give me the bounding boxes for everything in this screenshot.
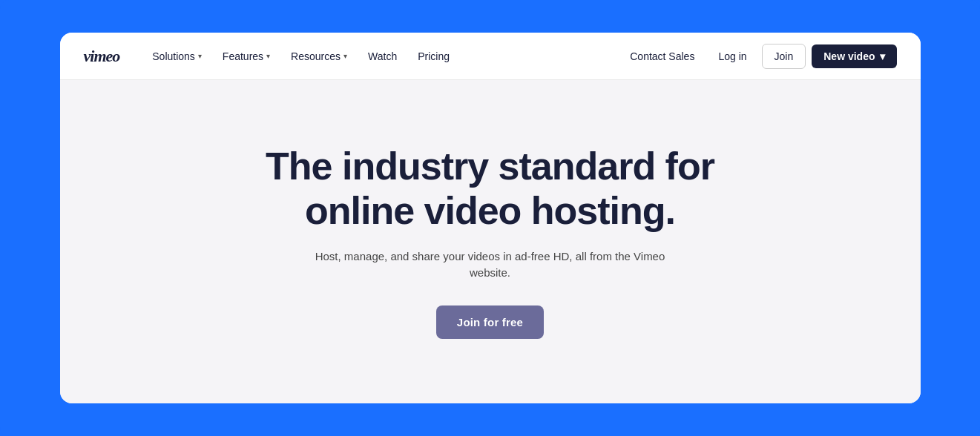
page-wrapper: vimeo Solutions ▾ Features ▾ Resources ▾… — [0, 0, 980, 436]
nav-links: Solutions ▾ Features ▾ Resources ▾ Watch… — [143, 44, 621, 68]
nav-solutions-label: Solutions — [152, 50, 195, 62]
new-video-label: New video — [823, 50, 875, 62]
nav-item-watch[interactable]: Watch — [359, 44, 406, 68]
new-video-chevron-icon: ▾ — [880, 50, 885, 62]
nav-features-label: Features — [223, 50, 263, 62]
main-card: vimeo Solutions ▾ Features ▾ Resources ▾… — [60, 33, 921, 403]
chevron-down-icon: ▾ — [198, 52, 202, 60]
nav-item-pricing[interactable]: Pricing — [409, 44, 458, 68]
hero-subtitle: Host, manage, and share your videos in a… — [305, 248, 676, 282]
vimeo-logo: vimeo — [84, 47, 120, 65]
chevron-down-icon: ▾ — [266, 52, 270, 60]
nav-right: Contact Sales Log in Join New video ▾ — [621, 44, 896, 69]
nav-resources-label: Resources — [291, 50, 341, 62]
nav-item-resources[interactable]: Resources ▾ — [282, 44, 356, 68]
nav-item-features[interactable]: Features ▾ — [214, 44, 279, 68]
nav-item-solutions[interactable]: Solutions ▾ — [143, 44, 211, 68]
navbar: vimeo Solutions ▾ Features ▾ Resources ▾… — [60, 33, 921, 80]
join-for-free-button[interactable]: Join for free — [436, 305, 544, 339]
logo-area[interactable]: vimeo — [84, 47, 120, 66]
hero-title: The industry standard for online video h… — [231, 145, 750, 234]
nav-watch-label: Watch — [368, 50, 397, 62]
chevron-down-icon: ▾ — [343, 52, 347, 60]
nav-pricing-label: Pricing — [418, 50, 450, 62]
log-in-link[interactable]: Log in — [709, 44, 755, 68]
contact-sales-link[interactable]: Contact Sales — [621, 44, 703, 68]
hero-section: The industry standard for online video h… — [60, 80, 921, 403]
new-video-button[interactable]: New video ▾ — [812, 44, 896, 68]
join-button[interactable]: Join — [762, 44, 806, 69]
